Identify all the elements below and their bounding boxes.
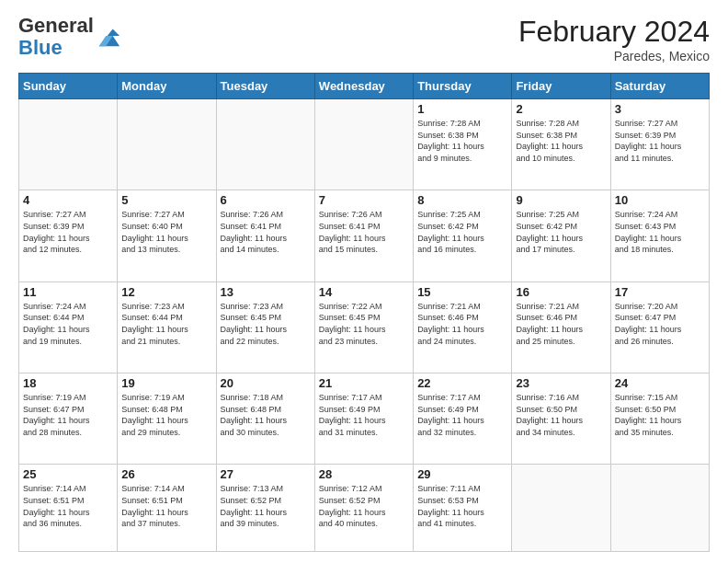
calendar-cell: 4Sunrise: 7:27 AM Sunset: 6:39 PM Daylig… bbox=[19, 190, 118, 282]
day-info: Sunrise: 7:23 AM Sunset: 6:44 PM Dayligh… bbox=[121, 301, 211, 347]
day-number: 29 bbox=[417, 467, 507, 481]
calendar-cell bbox=[118, 99, 216, 190]
calendar-cell: 5Sunrise: 7:27 AM Sunset: 6:40 PM Daylig… bbox=[118, 190, 216, 282]
calendar-cell: 7Sunrise: 7:26 AM Sunset: 6:41 PM Daylig… bbox=[314, 190, 413, 282]
day-info: Sunrise: 7:11 AM Sunset: 6:53 PM Dayligh… bbox=[417, 483, 507, 529]
page: General Blue February 2024 Paredes, Mexi… bbox=[0, 0, 728, 563]
calendar-cell: 17Sunrise: 7:20 AM Sunset: 6:47 PM Dayli… bbox=[610, 282, 709, 373]
day-number: 8 bbox=[417, 193, 507, 207]
weekday-header-monday: Monday bbox=[118, 74, 216, 99]
weekday-header-row: SundayMondayTuesdayWednesdayThursdayFrid… bbox=[19, 74, 710, 99]
day-number: 7 bbox=[319, 193, 409, 207]
day-info: Sunrise: 7:27 AM Sunset: 6:39 PM Dayligh… bbox=[615, 118, 705, 164]
day-info: Sunrise: 7:22 AM Sunset: 6:45 PM Dayligh… bbox=[319, 301, 409, 347]
calendar-cell: 11Sunrise: 7:24 AM Sunset: 6:44 PM Dayli… bbox=[19, 282, 118, 373]
day-number: 18 bbox=[23, 376, 113, 390]
day-number: 15 bbox=[417, 285, 507, 299]
day-number: 4 bbox=[23, 193, 113, 207]
day-number: 26 bbox=[121, 467, 211, 481]
day-info: Sunrise: 7:24 AM Sunset: 6:43 PM Dayligh… bbox=[615, 209, 705, 255]
day-info: Sunrise: 7:24 AM Sunset: 6:44 PM Dayligh… bbox=[23, 301, 113, 347]
day-number: 14 bbox=[319, 285, 409, 299]
calendar-cell: 3Sunrise: 7:27 AM Sunset: 6:39 PM Daylig… bbox=[610, 99, 709, 190]
day-info: Sunrise: 7:21 AM Sunset: 6:46 PM Dayligh… bbox=[417, 301, 507, 347]
day-info: Sunrise: 7:23 AM Sunset: 6:45 PM Dayligh… bbox=[221, 301, 311, 347]
calendar-cell bbox=[314, 99, 413, 190]
day-number: 9 bbox=[516, 193, 606, 207]
calendar-cell: 12Sunrise: 7:23 AM Sunset: 6:44 PM Dayli… bbox=[118, 282, 216, 373]
calendar-cell bbox=[216, 99, 314, 190]
calendar-cell: 1Sunrise: 7:28 AM Sunset: 6:38 PM Daylig… bbox=[414, 99, 512, 190]
calendar-cell: 26Sunrise: 7:14 AM Sunset: 6:51 PM Dayli… bbox=[118, 465, 216, 552]
logo-general: General bbox=[18, 14, 94, 37]
calendar-cell: 20Sunrise: 7:18 AM Sunset: 6:48 PM Dayli… bbox=[216, 373, 314, 465]
day-info: Sunrise: 7:14 AM Sunset: 6:51 PM Dayligh… bbox=[23, 483, 113, 529]
calendar-cell: 14Sunrise: 7:22 AM Sunset: 6:45 PM Dayli… bbox=[314, 282, 413, 373]
logo-blue: Blue bbox=[18, 36, 63, 59]
calendar-cell: 21Sunrise: 7:17 AM Sunset: 6:49 PM Dayli… bbox=[314, 373, 413, 465]
day-number: 23 bbox=[516, 376, 606, 390]
day-info: Sunrise: 7:20 AM Sunset: 6:47 PM Dayligh… bbox=[615, 301, 705, 347]
logo: General Blue bbox=[18, 15, 121, 59]
day-info: Sunrise: 7:16 AM Sunset: 6:50 PM Dayligh… bbox=[516, 392, 606, 438]
day-number: 22 bbox=[417, 376, 507, 390]
weekday-header-wednesday: Wednesday bbox=[314, 74, 413, 99]
day-number: 11 bbox=[23, 285, 113, 299]
day-info: Sunrise: 7:18 AM Sunset: 6:48 PM Dayligh… bbox=[221, 392, 311, 438]
day-info: Sunrise: 7:27 AM Sunset: 6:39 PM Dayligh… bbox=[23, 209, 113, 255]
day-number: 10 bbox=[615, 193, 705, 207]
calendar-cell: 22Sunrise: 7:17 AM Sunset: 6:49 PM Dayli… bbox=[414, 373, 512, 465]
day-number: 19 bbox=[121, 376, 211, 390]
calendar-week-row: 25Sunrise: 7:14 AM Sunset: 6:51 PM Dayli… bbox=[19, 465, 710, 552]
title-block: February 2024 Paredes, Mexico bbox=[518, 15, 710, 63]
calendar-cell bbox=[610, 465, 709, 552]
day-info: Sunrise: 7:19 AM Sunset: 6:48 PM Dayligh… bbox=[121, 392, 211, 438]
day-number: 6 bbox=[221, 193, 311, 207]
day-info: Sunrise: 7:26 AM Sunset: 6:41 PM Dayligh… bbox=[319, 209, 409, 255]
calendar-cell bbox=[512, 465, 610, 552]
day-number: 12 bbox=[121, 285, 211, 299]
day-number: 13 bbox=[221, 285, 311, 299]
calendar-cell: 6Sunrise: 7:26 AM Sunset: 6:41 PM Daylig… bbox=[216, 190, 314, 282]
day-number: 2 bbox=[516, 102, 606, 116]
header: General Blue February 2024 Paredes, Mexi… bbox=[18, 15, 710, 63]
weekday-header-thursday: Thursday bbox=[414, 74, 512, 99]
day-info: Sunrise: 7:12 AM Sunset: 6:52 PM Dayligh… bbox=[319, 483, 409, 529]
calendar-cell bbox=[19, 99, 118, 190]
day-info: Sunrise: 7:17 AM Sunset: 6:49 PM Dayligh… bbox=[417, 392, 507, 438]
location: Paredes, Mexico bbox=[518, 49, 710, 63]
day-info: Sunrise: 7:14 AM Sunset: 6:51 PM Dayligh… bbox=[121, 483, 211, 529]
day-info: Sunrise: 7:21 AM Sunset: 6:46 PM Dayligh… bbox=[516, 301, 606, 347]
calendar-cell: 25Sunrise: 7:14 AM Sunset: 6:51 PM Dayli… bbox=[19, 465, 118, 552]
day-number: 17 bbox=[615, 285, 705, 299]
calendar-week-row: 4Sunrise: 7:27 AM Sunset: 6:39 PM Daylig… bbox=[19, 190, 710, 282]
calendar-week-row: 11Sunrise: 7:24 AM Sunset: 6:44 PM Dayli… bbox=[19, 282, 710, 373]
day-info: Sunrise: 7:28 AM Sunset: 6:38 PM Dayligh… bbox=[516, 118, 606, 164]
day-number: 16 bbox=[516, 285, 606, 299]
calendar-cell: 23Sunrise: 7:16 AM Sunset: 6:50 PM Dayli… bbox=[512, 373, 610, 465]
calendar-cell: 28Sunrise: 7:12 AM Sunset: 6:52 PM Dayli… bbox=[314, 465, 413, 552]
day-info: Sunrise: 7:13 AM Sunset: 6:52 PM Dayligh… bbox=[221, 483, 311, 529]
day-number: 21 bbox=[319, 376, 409, 390]
calendar-cell: 13Sunrise: 7:23 AM Sunset: 6:45 PM Dayli… bbox=[216, 282, 314, 373]
calendar-cell: 15Sunrise: 7:21 AM Sunset: 6:46 PM Dayli… bbox=[414, 282, 512, 373]
calendar-week-row: 18Sunrise: 7:19 AM Sunset: 6:47 PM Dayli… bbox=[19, 373, 710, 465]
calendar-cell: 27Sunrise: 7:13 AM Sunset: 6:52 PM Dayli… bbox=[216, 465, 314, 552]
day-number: 20 bbox=[221, 376, 311, 390]
calendar-cell: 18Sunrise: 7:19 AM Sunset: 6:47 PM Dayli… bbox=[19, 373, 118, 465]
month-year: February 2024 bbox=[518, 15, 710, 49]
calendar-cell: 19Sunrise: 7:19 AM Sunset: 6:48 PM Dayli… bbox=[118, 373, 216, 465]
day-number: 24 bbox=[615, 376, 705, 390]
day-info: Sunrise: 7:17 AM Sunset: 6:49 PM Dayligh… bbox=[319, 392, 409, 438]
calendar-table: SundayMondayTuesdayWednesdayThursdayFrid… bbox=[18, 73, 710, 552]
calendar-cell: 9Sunrise: 7:25 AM Sunset: 6:42 PM Daylig… bbox=[512, 190, 610, 282]
weekday-header-sunday: Sunday bbox=[19, 74, 118, 99]
weekday-header-saturday: Saturday bbox=[610, 74, 709, 99]
day-number: 25 bbox=[23, 467, 113, 481]
logo-icon bbox=[96, 24, 121, 50]
day-number: 3 bbox=[615, 102, 705, 116]
calendar-cell: 24Sunrise: 7:15 AM Sunset: 6:50 PM Dayli… bbox=[610, 373, 709, 465]
day-number: 5 bbox=[121, 193, 211, 207]
calendar-cell: 16Sunrise: 7:21 AM Sunset: 6:46 PM Dayli… bbox=[512, 282, 610, 373]
day-info: Sunrise: 7:26 AM Sunset: 6:41 PM Dayligh… bbox=[221, 209, 311, 255]
